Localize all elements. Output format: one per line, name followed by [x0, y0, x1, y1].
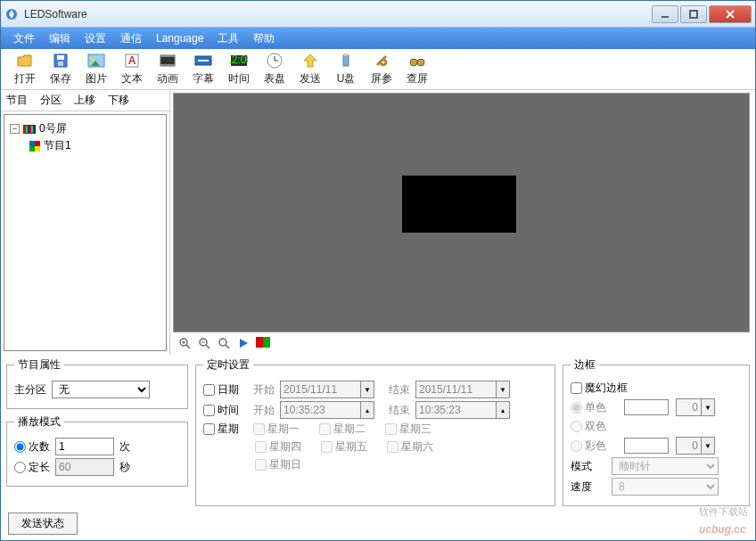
- treebar-down[interactable]: 下移: [108, 93, 129, 108]
- animation-button[interactable]: 动画: [151, 50, 185, 88]
- tree-child-label: 节目1: [44, 138, 71, 153]
- menubar: 文件 编辑 设置 通信 Language 工具 帮助: [1, 28, 755, 49]
- close-button[interactable]: [709, 5, 752, 23]
- svg-rect-6: [57, 55, 64, 60]
- wrench-icon: [373, 52, 390, 70]
- menu-tools[interactable]: 工具: [210, 29, 246, 49]
- time-check-label[interactable]: 时间: [203, 403, 239, 418]
- duration-radio-label[interactable]: 定长: [14, 460, 50, 475]
- single-color-box[interactable]: [624, 399, 669, 415]
- treebar-up[interactable]: 上移: [74, 93, 95, 108]
- single-color-dropdown[interactable]: ▼: [701, 398, 715, 416]
- menu-comm[interactable]: 通信: [113, 29, 149, 49]
- weekday-thu[interactable]: 星期四: [255, 439, 301, 455]
- program-properties-group: 节目属性 主分区 无: [6, 357, 188, 409]
- date-start-label: 开始: [253, 382, 275, 398]
- full-color-value: [676, 437, 701, 455]
- zoom-fit-icon[interactable]: [217, 336, 231, 350]
- menu-help[interactable]: 帮助: [246, 29, 282, 49]
- date-end-input: [415, 381, 496, 398]
- time-checkbox[interactable]: [203, 405, 215, 416]
- single-color-radio-label[interactable]: 单色: [571, 400, 606, 415]
- treebar-program[interactable]: 节目: [6, 93, 28, 108]
- duration-radio[interactable]: [14, 462, 26, 473]
- svg-point-9: [91, 57, 94, 61]
- time-start-input: [280, 401, 360, 419]
- play-icon[interactable]: [236, 336, 251, 350]
- svg-rect-2: [690, 11, 697, 18]
- save-button[interactable]: 保存: [44, 50, 78, 88]
- send-status-button[interactable]: 发送状态: [8, 512, 78, 535]
- time-button[interactable]: 12:00时间: [222, 50, 256, 88]
- time-end-input: [415, 401, 496, 419]
- magic-border-checkbox[interactable]: [571, 382, 582, 394]
- open-button[interactable]: 打开: [8, 50, 42, 88]
- full-color-dropdown[interactable]: ▼: [701, 437, 715, 455]
- count-radio-label[interactable]: 次数: [14, 439, 50, 455]
- count-input[interactable]: [55, 438, 114, 455]
- time-end-spinner[interactable]: ▴: [496, 401, 510, 419]
- color-indicator: [256, 337, 270, 350]
- maximize-button[interactable]: [680, 5, 707, 23]
- tree-child-node[interactable]: 节目1: [29, 137, 160, 154]
- date-check-label[interactable]: 日期: [203, 382, 239, 398]
- svg-rect-22: [343, 55, 349, 66]
- full-color-radio: [571, 440, 582, 452]
- weekday-sun[interactable]: 星期日: [255, 457, 301, 472]
- menu-settings[interactable]: 设置: [78, 29, 113, 49]
- play-mode-group: 播放模式 次数 次 定长 秒: [6, 414, 188, 487]
- week-check-label[interactable]: 星期: [203, 422, 239, 437]
- usb-button[interactable]: U盘: [329, 50, 363, 88]
- svg-rect-14: [160, 64, 175, 66]
- weekday-mon[interactable]: 星期一: [253, 422, 300, 437]
- search-screen-button[interactable]: 查屏: [400, 50, 434, 88]
- date-end-dropdown[interactable]: ▼: [496, 381, 510, 398]
- svg-line-34: [226, 345, 229, 348]
- titlebar: LEDSoftware: [1, 1, 755, 28]
- main-area-select[interactable]: 无: [52, 381, 150, 398]
- weekday-sat[interactable]: 星期六: [387, 439, 433, 455]
- collapse-icon[interactable]: −: [10, 124, 20, 134]
- subtitle-button[interactable]: 字幕: [186, 50, 220, 88]
- weekday-wed[interactable]: 星期三: [385, 422, 431, 437]
- tree-root-node[interactable]: − 0号屏: [10, 120, 160, 137]
- clock-icon: [266, 52, 284, 70]
- time-icon: 12:00: [230, 52, 248, 70]
- svg-rect-13: [160, 55, 175, 57]
- svg-line-27: [186, 345, 190, 348]
- full-color-radio-label[interactable]: 彩色: [571, 439, 606, 454]
- count-radio[interactable]: [14, 441, 26, 453]
- main-area-label: 主分区: [14, 382, 46, 398]
- tree-panel: 节目 分区 上移 下移 − 0号屏 节目1: [1, 90, 170, 354]
- program-tree[interactable]: − 0号屏 节目1: [4, 114, 167, 351]
- date-start-dropdown[interactable]: ▼: [360, 381, 374, 398]
- weekday-fri[interactable]: 星期五: [321, 439, 367, 455]
- folder-open-icon: [16, 52, 34, 70]
- menu-language[interactable]: Language: [149, 29, 210, 47]
- magic-border-check[interactable]: 魔幻边框: [571, 381, 628, 396]
- timing-group: 定时设置 日期 开始 ▼ 结束 ▼ 时间 开始 ▴ 结束 ▴ 星期 星期一 星期…: [195, 357, 555, 506]
- svg-point-33: [219, 339, 226, 346]
- time-end-label: 结束: [389, 403, 410, 418]
- week-checkbox[interactable]: [203, 423, 215, 435]
- speed-select: 8: [612, 478, 719, 496]
- full-color-box[interactable]: [624, 438, 669, 454]
- preview-canvas[interactable]: [173, 93, 750, 332]
- app-icon: [4, 7, 19, 21]
- text-button[interactable]: A文本: [115, 50, 149, 88]
- clock-button[interactable]: 表盘: [258, 50, 292, 88]
- zoom-out-icon[interactable]: [197, 336, 211, 350]
- image-button[interactable]: 图片: [79, 50, 113, 88]
- screen-settings-button[interactable]: 屏参: [365, 50, 399, 88]
- weekday-tue[interactable]: 星期二: [319, 422, 366, 437]
- minimize-button[interactable]: [652, 5, 678, 23]
- date-checkbox[interactable]: [203, 384, 215, 396]
- time-start-spinner[interactable]: ▴: [360, 401, 374, 419]
- treebar-zone[interactable]: 分区: [40, 93, 62, 108]
- zoom-in-icon[interactable]: [177, 336, 192, 350]
- menu-file[interactable]: 文件: [6, 29, 42, 49]
- double-color-radio-label[interactable]: 双色: [571, 419, 606, 434]
- send-button[interactable]: 发送: [293, 50, 327, 88]
- menu-edit[interactable]: 编辑: [42, 29, 78, 49]
- duration-input: [55, 458, 114, 476]
